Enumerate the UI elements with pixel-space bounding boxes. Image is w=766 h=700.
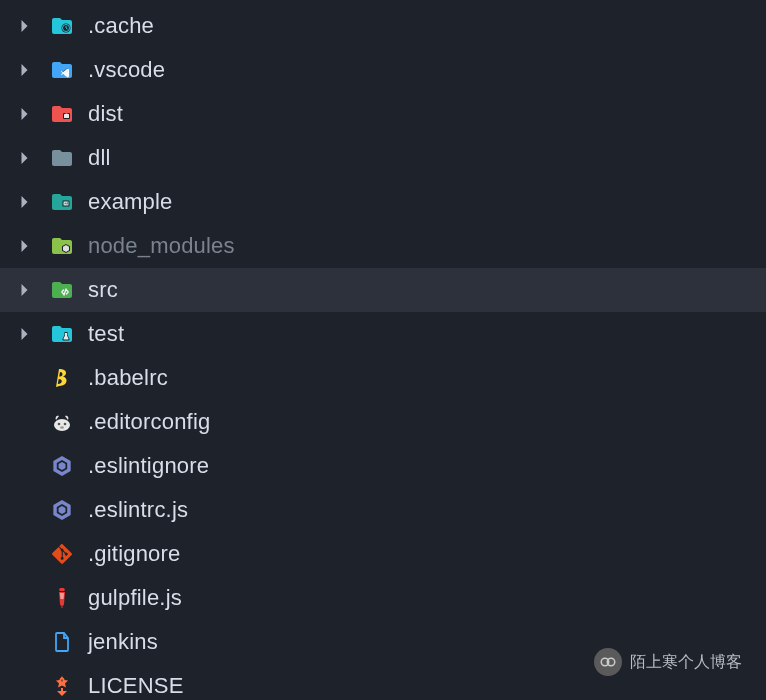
file-label: .cache (88, 13, 154, 39)
watermark: 陌上寒个人博客 (594, 648, 742, 676)
watermark-icon (594, 648, 622, 676)
tree-item-test[interactable]: test (0, 312, 766, 356)
tree-item-dist[interactable]: dist (0, 92, 766, 136)
eslint-icon (50, 454, 74, 478)
chevron-right-icon[interactable] (18, 107, 32, 121)
tree-item-node_modules[interactable]: node_modules (0, 224, 766, 268)
tree-item-cache[interactable]: .cache (0, 4, 766, 48)
editorconfig-icon (50, 410, 74, 434)
chevron-right-icon[interactable] (18, 19, 32, 33)
file-label: .editorconfig (88, 409, 210, 435)
file-tree: .cache.vscodedistdllexamplenode_moduless… (0, 0, 766, 700)
svg-point-7 (54, 419, 70, 431)
file-icon (50, 630, 74, 654)
tree-item-eslintignore[interactable]: .eslintignore (0, 444, 766, 488)
folder-clock-icon (50, 14, 74, 38)
file-label: .eslintignore (88, 453, 209, 479)
folder-vscode-icon (50, 58, 74, 82)
tree-item-src[interactable]: src (0, 268, 766, 312)
tree-item-babelrc[interactable]: .babelrc (0, 356, 766, 400)
folder-src-icon (50, 278, 74, 302)
file-label: example (88, 189, 173, 215)
folder-test-icon (50, 322, 74, 346)
tree-item-gulpfilejs[interactable]: gulpfile.js (0, 576, 766, 620)
svg-rect-4 (66, 112, 68, 114)
file-label: LICENSE (88, 673, 184, 699)
folder-dist-icon (50, 102, 74, 126)
tree-item-gitignore[interactable]: .gitignore (0, 532, 766, 576)
eslint-icon (50, 498, 74, 522)
chevron-right-icon[interactable] (18, 283, 32, 297)
svg-rect-3 (64, 114, 69, 118)
file-label: dist (88, 101, 123, 127)
chevron-right-icon[interactable] (18, 63, 32, 77)
gulp-icon (50, 586, 74, 610)
tree-item-example[interactable]: example (0, 180, 766, 224)
file-label: .vscode (88, 57, 165, 83)
tree-item-editorconfig[interactable]: .editorconfig (0, 400, 766, 444)
file-label: src (88, 277, 118, 303)
tree-item-dll[interactable]: dll (0, 136, 766, 180)
file-label: gulpfile.js (88, 585, 182, 611)
file-label: node_modules (88, 233, 235, 259)
chevron-right-icon[interactable] (18, 195, 32, 209)
babel-icon (50, 366, 74, 390)
svg-point-8 (58, 423, 61, 426)
tree-item-eslintrcjs[interactable]: .eslintrc.js (0, 488, 766, 532)
file-label: dll (88, 145, 111, 171)
file-label: .gitignore (88, 541, 181, 567)
watermark-text: 陌上寒个人博客 (630, 652, 742, 673)
file-label: .eslintrc.js (88, 497, 188, 523)
tree-item-vscode[interactable]: .vscode (0, 48, 766, 92)
folder-icon (50, 146, 74, 170)
svg-point-9 (64, 423, 67, 426)
git-icon (50, 542, 74, 566)
chevron-right-icon[interactable] (18, 239, 32, 253)
file-label: test (88, 321, 124, 347)
license-icon (50, 674, 74, 698)
file-label: .babelrc (88, 365, 168, 391)
svg-point-10 (60, 426, 64, 428)
chevron-right-icon[interactable] (18, 151, 32, 165)
folder-example-icon (50, 190, 74, 214)
folder-node-icon (50, 234, 74, 258)
file-label: jenkins (88, 629, 158, 655)
chevron-right-icon[interactable] (18, 327, 32, 341)
